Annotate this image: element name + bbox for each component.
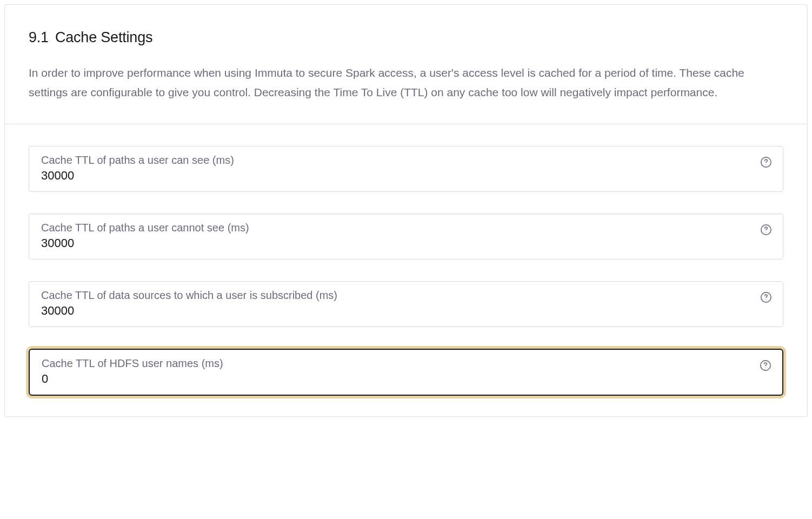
- help-icon[interactable]: [760, 360, 771, 371]
- field-paths-cannot-see[interactable]: Cache TTL of paths a user cannot see (ms…: [29, 214, 783, 260]
- field-paths-can-see[interactable]: Cache TTL of paths a user can see (ms): [29, 146, 783, 192]
- field-label-paths-cannot-see: Cache TTL of paths a user cannot see (ms…: [41, 222, 771, 234]
- section-description: In order to improve performance when usi…: [29, 63, 783, 102]
- field-label-paths-can-see: Cache TTL of paths a user can see (ms): [41, 154, 771, 167]
- panel-body: Cache TTL of paths a user can see (ms) C…: [5, 124, 807, 416]
- input-paths-cannot-see[interactable]: [41, 236, 771, 250]
- help-icon[interactable]: [760, 291, 772, 303]
- svg-point-5: [766, 300, 766, 300]
- section-number: 9.1: [29, 29, 49, 45]
- panel-header: 9.1Cache Settings In order to improve pe…: [5, 5, 807, 124]
- section-title-text: Cache Settings: [55, 29, 152, 45]
- input-hdfs-user-names[interactable]: [42, 372, 770, 386]
- svg-point-3: [766, 232, 766, 232]
- section-title: 9.1Cache Settings: [29, 29, 783, 46]
- field-data-sources-subscribed[interactable]: Cache TTL of data sources to which a use…: [29, 281, 783, 327]
- input-data-sources-subscribed[interactable]: [41, 304, 771, 318]
- svg-point-7: [765, 368, 766, 368]
- field-label-hdfs-user-names: Cache TTL of HDFS user names (ms): [42, 357, 770, 370]
- field-label-data-sources-subscribed: Cache TTL of data sources to which a use…: [41, 289, 771, 302]
- svg-point-1: [766, 164, 766, 165]
- help-icon[interactable]: [760, 156, 772, 168]
- cache-settings-panel: 9.1Cache Settings In order to improve pe…: [4, 4, 808, 417]
- input-paths-can-see[interactable]: [41, 169, 771, 183]
- help-icon[interactable]: [760, 224, 772, 236]
- field-hdfs-user-names[interactable]: Cache TTL of HDFS user names (ms): [29, 349, 783, 396]
